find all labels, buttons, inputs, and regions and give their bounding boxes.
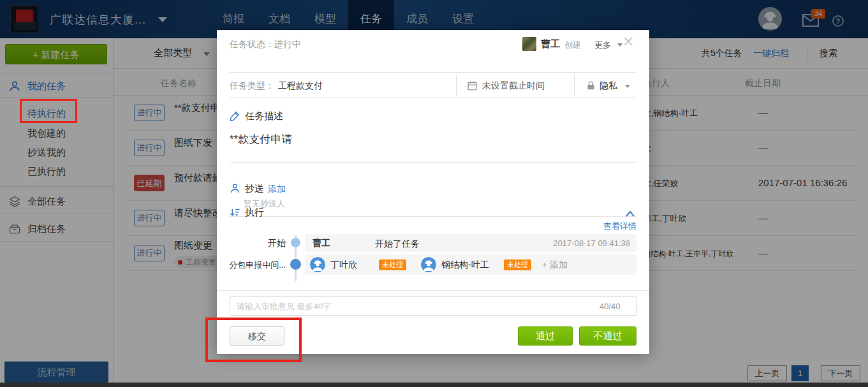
lock-icon: [585, 80, 596, 91]
more-menu-button[interactable]: 更多: [594, 40, 611, 51]
description-section-title: 任务描述: [245, 110, 283, 122]
approve-button[interactable]: 通过: [518, 326, 573, 346]
task-detail-modal: 任务状态：进行中 曹工 创建 更多 ✕ 任务类型： 工程款支付 未设置截止时间 …: [217, 30, 649, 354]
assignee-avatar: [421, 257, 436, 272]
timeline-start-row: 曹工 开始了任务 2017-08-17 09:41:38: [305, 234, 636, 252]
comment-counter: 40/40: [600, 302, 621, 311]
cc-add-link[interactable]: 添加: [268, 184, 286, 195]
timeline-step-row: 丁叶欣 未处理 钢结构-叶工 未处理 + 添加: [305, 254, 636, 275]
person-icon: [230, 183, 240, 194]
timeline-time: 2017-08-17 09:41:38: [553, 238, 630, 248]
task-type-value: 工程款支付: [278, 80, 323, 92]
created-label: 创建: [564, 40, 581, 51]
timeline-dot: [291, 238, 300, 247]
divider: [456, 75, 457, 95]
divider: [217, 290, 649, 291]
creator-name: 曹工: [541, 38, 560, 50]
task-status-text: 任务状态：进行中: [230, 39, 301, 50]
annotation-box-transfer-button: [205, 318, 302, 362]
privacy-dropdown[interactable]: 隐私: [600, 80, 617, 92]
timeline-dot: [290, 259, 301, 270]
chevron-down-icon: [625, 85, 630, 88]
pencil-icon: [230, 110, 240, 121]
timeline-start-label: 开始: [220, 238, 286, 249]
timeline-action: 开始了任务: [375, 238, 420, 250]
assignee-status-badge: 未处理: [504, 259, 531, 270]
view-detail-link[interactable]: 查看详情: [603, 221, 636, 232]
divider: [574, 75, 575, 95]
creator-avatar: [522, 37, 536, 51]
assignee-status-badge: 未处理: [379, 259, 406, 270]
reject-button[interactable]: 不通过: [579, 326, 636, 346]
assignee-name: 丁叶欣: [330, 259, 357, 271]
close-icon[interactable]: ✕: [622, 35, 634, 49]
description-value: **款支付申请: [230, 132, 292, 147]
cc-section-title: 抄送: [245, 183, 264, 195]
task-type-label: 任务类型：: [230, 80, 274, 92]
assignee-name: 钢结构-叶工: [441, 259, 489, 271]
divider: [230, 216, 636, 217]
timeline-step-label: 分包申报中间...: [220, 259, 286, 271]
execution-section-title: 执行: [245, 207, 264, 219]
app-root: 广联达信息大厦... 简报 文档 模型 任务 成员 设置 34 ?: [0, 0, 868, 387]
calendar-icon: [467, 80, 478, 91]
deadline-setting[interactable]: 未设置截止时间: [482, 80, 545, 92]
hardhat-person-icon: [421, 257, 436, 272]
divider: [230, 97, 636, 98]
annotation-box-pending-item: [20, 99, 77, 123]
timeline-user: 曹工: [313, 238, 330, 249]
divider: [230, 72, 636, 73]
chevron-down-icon: [617, 43, 622, 47]
assignee-avatar: [310, 257, 325, 272]
sort-list-icon: [230, 207, 240, 218]
divider: [230, 162, 636, 163]
chevron-up-icon[interactable]: [625, 208, 635, 216]
hardhat-person-icon: [310, 257, 325, 272]
add-assignee-link[interactable]: + 添加: [542, 259, 568, 271]
approval-comment-input[interactable]: [230, 296, 636, 316]
